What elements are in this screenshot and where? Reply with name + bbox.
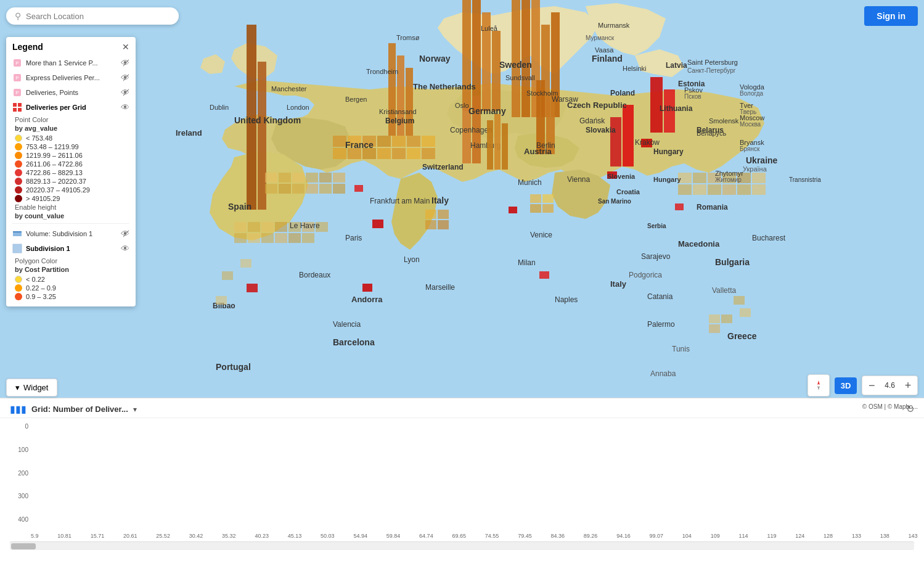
svg-marker-223 bbox=[817, 380, 820, 385]
layer-visibility-express[interactable]: 👁​̸ bbox=[121, 73, 129, 83]
svg-text:Latvia: Latvia bbox=[666, 61, 687, 70]
svg-rect-39 bbox=[354, 185, 363, 192]
x-label: 79.45 bbox=[518, 533, 532, 539]
svg-text:P: P bbox=[15, 90, 18, 96]
svg-text:Poland: Poland bbox=[610, 89, 635, 97]
svg-text:Брянск: Брянск bbox=[740, 146, 760, 152]
x-label: 50.03 bbox=[321, 533, 335, 539]
legend-color-row: < 753.48 bbox=[15, 134, 129, 142]
svg-text:P: P bbox=[15, 75, 18, 81]
svg-text:Milan: Milan bbox=[518, 258, 536, 267]
chart-dropdown-button[interactable]: ▾ bbox=[133, 405, 137, 414]
svg-text:Portugal: Portugal bbox=[216, 362, 251, 372]
layer-icon-express: P bbox=[12, 73, 22, 83]
svg-text:Naples: Naples bbox=[555, 295, 578, 304]
svg-rect-49 bbox=[407, 136, 420, 147]
svg-text:Trondheim: Trondheim bbox=[366, 68, 398, 75]
scrollbar-thumb[interactable] bbox=[11, 543, 36, 549]
btn-3d[interactable]: 3D bbox=[835, 377, 857, 394]
svg-rect-221 bbox=[13, 231, 22, 232]
svg-text:Transnistria: Transnistria bbox=[789, 176, 821, 183]
search-box[interactable]: ⚲ bbox=[6, 7, 179, 25]
layer-visibility-grid[interactable]: 👁 bbox=[121, 102, 129, 112]
layer-visibility-volume[interactable]: 👁​̸ bbox=[121, 229, 129, 239]
svg-rect-23 bbox=[258, 62, 266, 210]
svg-rect-75 bbox=[248, 222, 260, 232]
legend-section-grid: Point Color by avg_value < 753.48 753.48… bbox=[12, 116, 129, 220]
svg-text:Hungary: Hungary bbox=[653, 176, 682, 183]
map-container[interactable]: The Netherlands Germany Belgium France S… bbox=[0, 0, 924, 398]
chart-scrollbar[interactable] bbox=[10, 541, 914, 550]
svg-rect-58 bbox=[265, 173, 277, 183]
widget-dropdown-icon: ▾ bbox=[15, 383, 20, 392]
layer-icon-deliveries: P bbox=[12, 88, 22, 97]
svg-rect-94 bbox=[693, 184, 706, 195]
legend-cost-partition-label: by Cost Partition bbox=[15, 266, 129, 273]
svg-text:Санкт-Петербург: Санкт-Петербург bbox=[687, 67, 736, 74]
svg-rect-68 bbox=[319, 184, 332, 194]
x-label: 15.71 bbox=[91, 533, 105, 539]
svg-rect-34 bbox=[462, 108, 471, 163]
zoom-minus-button[interactable]: − bbox=[862, 376, 881, 395]
svg-text:Lithuania: Lithuania bbox=[660, 104, 693, 113]
widget-button[interactable]: ▾ Widget bbox=[6, 379, 57, 397]
legend-layer-subdivision: Subdivision 1 👁 bbox=[12, 242, 129, 255]
svg-rect-222 bbox=[13, 244, 22, 253]
svg-rect-54 bbox=[377, 148, 391, 159]
svg-text:Sweden: Sweden bbox=[499, 60, 532, 70]
map-background: The Netherlands Germany Belgium France S… bbox=[0, 0, 924, 398]
svg-rect-62 bbox=[319, 173, 332, 183]
svg-text:P: P bbox=[15, 60, 18, 66]
chart-panel: ▮▮▮ Grid: Number of Deliver... ▾ ↻ 400 3… bbox=[0, 398, 924, 563]
svg-rect-71 bbox=[438, 210, 449, 219]
svg-text:Dublin: Dublin bbox=[210, 104, 229, 111]
legend-panel: Legend ✕ P More than 1 Service P... 👁​̸ … bbox=[6, 37, 136, 306]
svg-rect-216 bbox=[13, 103, 17, 107]
svg-rect-61 bbox=[306, 173, 318, 183]
color-dot bbox=[15, 186, 22, 194]
svg-text:Псков: Псков bbox=[684, 93, 701, 100]
color-label: > 49105.29 bbox=[26, 195, 60, 202]
svg-rect-92 bbox=[752, 173, 766, 183]
legend-by-avg-value: by avg_value bbox=[15, 125, 129, 132]
svg-rect-38 bbox=[372, 220, 383, 228]
svg-text:Tunis: Tunis bbox=[672, 345, 690, 353]
svg-text:Bucharest: Bucharest bbox=[752, 234, 786, 242]
svg-rect-55 bbox=[392, 148, 406, 159]
legend-collapse-button[interactable]: ✕ bbox=[122, 42, 129, 52]
x-label: 89.26 bbox=[584, 533, 598, 539]
compass-button[interactable] bbox=[807, 374, 830, 397]
legend-layer-deliveries-grid: Deliveries per Grid 👁 bbox=[12, 101, 129, 113]
svg-text:Sarajevo: Sarajevo bbox=[641, 252, 671, 261]
svg-rect-198 bbox=[487, 120, 493, 170]
svg-text:Ireland: Ireland bbox=[176, 128, 202, 138]
color-dot bbox=[15, 152, 22, 159]
legend-layer-volume: Volume: Subdivision 1 👁​̸ bbox=[12, 228, 129, 240]
svg-rect-60 bbox=[292, 173, 305, 183]
svg-text:France: France bbox=[345, 140, 374, 150]
legend-layer-left: Volume: Subdivision 1 bbox=[12, 229, 121, 239]
svg-text:Frankfurt am Main: Frankfurt am Main bbox=[370, 197, 430, 205]
svg-rect-44 bbox=[333, 136, 346, 147]
color-label: 753.48 – 1219.99 bbox=[26, 143, 79, 150]
x-label: 128 bbox=[824, 533, 833, 539]
search-input[interactable] bbox=[26, 12, 170, 21]
zoom-plus-button[interactable]: + bbox=[899, 376, 917, 395]
svg-text:Manchester: Manchester bbox=[271, 85, 307, 92]
svg-text:Le Havre: Le Havre bbox=[290, 221, 320, 230]
map-copyright: © OSM | © Mapbo... bbox=[862, 403, 918, 410]
svg-text:Greece: Greece bbox=[727, 331, 757, 341]
legend-polygon-color-label: Polygon Color bbox=[15, 257, 129, 265]
layer-visibility-service[interactable]: 👁​̸ bbox=[121, 58, 129, 68]
layer-visibility-subdivision[interactable]: 👁 bbox=[121, 244, 129, 253]
sign-in-button[interactable]: Sign in bbox=[864, 6, 918, 26]
svg-text:Україна: Україна bbox=[743, 165, 767, 173]
svg-rect-208 bbox=[734, 296, 745, 305]
legend-layer-left: P Deliveries, Points bbox=[12, 88, 121, 97]
widget-label: Widget bbox=[23, 383, 48, 392]
svg-rect-72 bbox=[425, 220, 436, 229]
svg-rect-206 bbox=[721, 314, 732, 323]
x-label: 124 bbox=[795, 533, 804, 539]
layer-visibility-deliveries[interactable]: 👁​̸ bbox=[121, 88, 129, 97]
svg-text:Croatia: Croatia bbox=[616, 188, 640, 195]
